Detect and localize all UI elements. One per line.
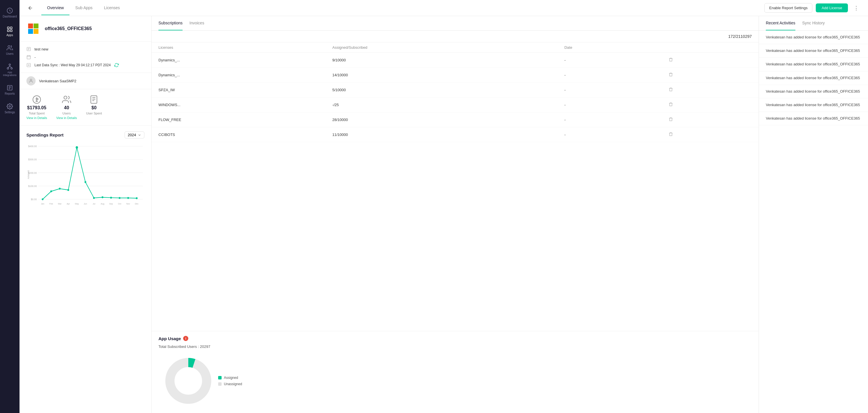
- svg-rect-2: [10, 27, 12, 29]
- total-spent-link[interactable]: View in Details: [26, 116, 47, 119]
- tab-licenses[interactable]: Licenses: [98, 1, 125, 15]
- action-cell: [660, 68, 758, 82]
- svg-point-32: [59, 188, 61, 190]
- svg-rect-4: [10, 30, 12, 32]
- app-usage-header: App Usage i: [158, 336, 752, 341]
- app-logo: [26, 22, 40, 36]
- sidebar-item-dashboard[interactable]: Dashboard: [0, 3, 20, 22]
- trash-icon: [669, 57, 673, 62]
- sidebar-item-integrations[interactable]: App Integrations: [0, 59, 20, 80]
- users-icon: [7, 45, 13, 51]
- delete-button[interactable]: [668, 71, 674, 79]
- assigned-cell: 5/10000: [326, 82, 558, 98]
- svg-point-8: [11, 68, 12, 69]
- subscription-table: Licenses Assigned/Subscribed Date Dynami…: [152, 42, 758, 331]
- activity-item: Venkatesan has added license for office3…: [759, 71, 868, 85]
- table-row: FLOW_FREE 28/10000 -: [152, 112, 758, 127]
- delete-button[interactable]: [668, 86, 674, 94]
- svg-point-31: [50, 191, 52, 193]
- assigned-label: Assigned: [224, 376, 238, 380]
- subscriptions-header: Subscriptions Invoices: [152, 16, 758, 31]
- year-selector[interactable]: 2024: [125, 131, 144, 139]
- tab-sync-history[interactable]: Sync History: [802, 16, 825, 30]
- content-area: office365_OFFICE365 test new -: [20, 16, 868, 413]
- middle-panel: Subscriptions Invoices 172/2110297 Licen…: [152, 16, 759, 413]
- right-panel: Recent Activities Sync History Venkatesa…: [759, 16, 868, 413]
- sidebar-item-reports[interactable]: Reports: [0, 80, 20, 99]
- svg-point-15: [30, 79, 32, 81]
- svg-rect-18: [91, 96, 97, 104]
- col-date: Date: [557, 42, 660, 53]
- tab-sub-apps[interactable]: Sub Apps: [69, 1, 98, 15]
- more-options-button[interactable]: ⋮: [851, 4, 861, 12]
- svg-point-41: [136, 197, 137, 199]
- svg-point-36: [93, 197, 95, 199]
- col-assigned: Assigned/Subscribed: [326, 42, 558, 53]
- main-content: Overview Sub Apps Licenses Enable Report…: [20, 0, 868, 413]
- delete-button[interactable]: [668, 56, 674, 64]
- meta-sync-row: Last Data Sync : Wed May 29 04:12:17 PDT…: [26, 61, 144, 69]
- tab-overview[interactable]: Overview: [41, 1, 69, 15]
- svg-point-10: [9, 106, 11, 107]
- trash-icon: [669, 132, 673, 137]
- year-value: 2024: [128, 133, 136, 137]
- sidebar-settings-label: Settings: [5, 111, 15, 114]
- license-cell: FLOW_FREE: [152, 112, 326, 127]
- license-cell: Dynamics_...: [152, 68, 326, 82]
- microsoft-logo: [28, 24, 38, 34]
- delete-button[interactable]: [668, 116, 674, 124]
- action-cell: [660, 98, 758, 112]
- action-cell: [660, 82, 758, 98]
- refresh-icon[interactable]: [114, 63, 119, 67]
- activity-item: Venkatesan has added license for office3…: [759, 85, 868, 98]
- table-row: Dynamics_... 14/10000 -: [152, 68, 758, 82]
- date-cell: -: [557, 127, 660, 142]
- tab-invoices[interactable]: Invoices: [189, 16, 204, 30]
- svg-point-54: [170, 363, 207, 399]
- activity-item: Venkatesan has added license for office3…: [759, 112, 868, 125]
- sidebar-item-users[interactable]: Users: [0, 41, 20, 59]
- integrations-icon: [7, 63, 13, 70]
- tab-recent-activities[interactable]: Recent Activities: [766, 16, 795, 30]
- users-stat-icon: [62, 95, 71, 104]
- svg-point-40: [127, 197, 129, 199]
- avatar-icon: [28, 78, 34, 83]
- svg-point-33: [67, 189, 69, 191]
- svg-point-38: [110, 197, 112, 199]
- back-icon: [28, 5, 33, 11]
- enable-report-settings-button[interactable]: Enable Report Settings: [764, 3, 813, 12]
- svg-point-37: [102, 197, 103, 199]
- svg-point-5: [8, 45, 10, 47]
- legend: Assigned Unassigned: [218, 376, 242, 386]
- unassigned-dot: [218, 382, 222, 386]
- svg-text:$300.00: $300.00: [28, 158, 37, 161]
- sidebar-item-settings[interactable]: Settings: [0, 99, 20, 118]
- svg-point-14: [28, 65, 29, 66]
- svg-point-35: [84, 181, 86, 183]
- sidebar-item-apps[interactable]: Apps: [0, 22, 20, 41]
- settings-icon: [7, 103, 13, 109]
- sidebar-users-label: Users: [6, 52, 13, 55]
- last-sync-text: Last Data Sync : Wed May 29 04:12:17 PDT…: [34, 63, 111, 67]
- tab-subscriptions[interactable]: Subscriptions: [158, 16, 183, 30]
- calendar-icon: [26, 55, 31, 59]
- svg-text:Mar: Mar: [58, 203, 62, 205]
- delete-button[interactable]: [668, 131, 674, 139]
- ms-yellow-square: [34, 29, 38, 34]
- delete-button[interactable]: [668, 101, 674, 109]
- svg-text:Aug: Aug: [101, 203, 104, 205]
- tab-bar: Overview Sub Apps Licenses: [41, 1, 126, 15]
- svg-rect-13: [27, 63, 30, 67]
- add-license-button[interactable]: Add License: [816, 3, 848, 12]
- sidebar-dashboard-label: Dashboard: [3, 15, 17, 18]
- donut-area: Assigned Unassigned: [158, 353, 752, 408]
- trash-icon: [669, 72, 673, 77]
- sidebar-reports-label: Reports: [5, 92, 14, 95]
- back-button[interactable]: [26, 4, 34, 12]
- subscription-count: 172/2110297: [152, 31, 758, 42]
- users-link[interactable]: View in Details: [56, 116, 77, 119]
- svg-text:Dec: Dec: [135, 203, 138, 205]
- user-avatar: [26, 76, 36, 85]
- info-icon: i: [183, 336, 188, 341]
- svg-text:Sep: Sep: [110, 203, 113, 205]
